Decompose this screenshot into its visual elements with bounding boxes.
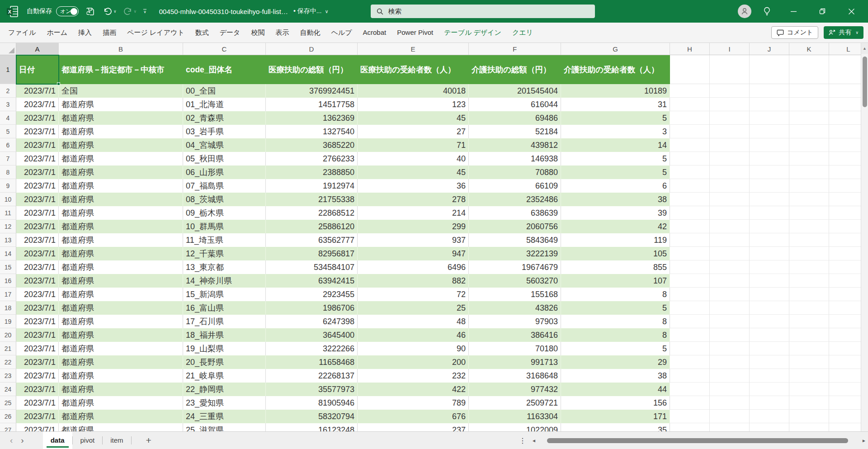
empty-cell[interactable] — [750, 55, 789, 84]
empty-cell[interactable] — [710, 193, 750, 206]
cell-category[interactable]: 都道府県 — [59, 165, 183, 179]
search-box[interactable]: 検索 — [371, 5, 595, 18]
cell-date[interactable]: 2023/7/1 — [16, 355, 59, 369]
cell-medical-total[interactable]: 21755338 — [266, 193, 358, 206]
cell-medical-total[interactable]: 2388850 — [266, 165, 358, 179]
cell-category[interactable]: 都道府県 — [59, 396, 183, 410]
cell-medical-total[interactable]: 6247398 — [266, 315, 358, 328]
empty-cell[interactable] — [750, 138, 789, 152]
cell-code-name[interactable]: 12_千葉県 — [183, 247, 266, 260]
cell-category[interactable]: 都道府県 — [59, 423, 183, 431]
cell-care-total[interactable]: 1022009 — [469, 423, 561, 431]
cell-code-name[interactable]: 05_秋田県 — [183, 152, 266, 165]
empty-cell[interactable] — [789, 152, 829, 165]
empty-cell[interactable] — [750, 260, 789, 274]
empty-cell[interactable] — [789, 165, 829, 179]
empty-cell[interactable] — [789, 84, 829, 98]
empty-cell[interactable] — [710, 274, 750, 288]
sheet-tab-item[interactable]: item — [103, 432, 131, 449]
ribbon-tab[interactable]: 表示 — [270, 23, 294, 43]
document-title[interactable]: 00450-mhlw-00450310-toukeihyo-full-list… — [159, 8, 288, 15]
cell-medical-total[interactable]: 63942415 — [266, 274, 358, 288]
ribbon-tab[interactable]: 数式 — [190, 23, 214, 43]
cell-date[interactable]: 2023/7/1 — [16, 247, 59, 260]
ribbon-tab[interactable]: 校閲 — [245, 23, 270, 43]
cell-code-name[interactable]: 23_愛知県 — [183, 396, 266, 410]
header-cell[interactable]: 都道府県－指定都市－中核市 — [59, 55, 183, 84]
empty-cell[interactable] — [670, 98, 710, 111]
cell-medical-recipients[interactable]: 676 — [358, 410, 469, 423]
lightbulb-icon[interactable] — [758, 0, 776, 23]
row-number[interactable]: 14 — [0, 247, 16, 260]
empty-cell[interactable] — [789, 342, 829, 355]
empty-cell[interactable] — [789, 328, 829, 342]
cell-care-recipients[interactable]: 8 — [561, 328, 670, 342]
cell-code-name[interactable]: 10_群馬県 — [183, 220, 266, 233]
cell-medical-total[interactable]: 35577973 — [266, 383, 358, 396]
empty-cell[interactable] — [670, 342, 710, 355]
empty-cell[interactable] — [789, 98, 829, 111]
cell-medical-total[interactable]: 1362369 — [266, 111, 358, 125]
cell-medical-total[interactable]: 22868512 — [266, 206, 358, 220]
cell-care-total[interactable]: 5843649 — [469, 233, 561, 247]
ribbon-tab[interactable]: ホーム — [41, 23, 73, 43]
cell-care-recipients[interactable]: 107 — [561, 274, 670, 288]
empty-cell[interactable] — [710, 369, 750, 383]
cell-care-recipients[interactable]: 38 — [561, 369, 670, 383]
cell-date[interactable]: 2023/7/1 — [16, 125, 59, 138]
column-header-I[interactable]: I — [710, 43, 750, 55]
column-header-B[interactable]: B — [59, 43, 183, 55]
row-number[interactable]: 24 — [0, 383, 16, 396]
cell-medical-total[interactable]: 58320794 — [266, 410, 358, 423]
empty-cell[interactable] — [789, 396, 829, 410]
cell-medical-recipients[interactable]: 237 — [358, 423, 469, 431]
cell-care-recipients[interactable]: 44 — [561, 383, 670, 396]
row-number[interactable]: 1 — [0, 55, 16, 84]
empty-cell[interactable] — [789, 355, 829, 369]
cell-care-recipients[interactable]: 31 — [561, 98, 670, 111]
cell-care-total[interactable]: 155168 — [469, 288, 561, 301]
ribbon-tab[interactable]: データ — [214, 23, 246, 43]
empty-cell[interactable] — [710, 288, 750, 301]
empty-cell[interactable] — [710, 233, 750, 247]
empty-cell[interactable] — [750, 220, 789, 233]
cell-care-total[interactable]: 19674679 — [469, 260, 561, 274]
cell-care-recipients[interactable]: 156 — [561, 396, 670, 410]
header-cell[interactable]: code_団体名 — [183, 55, 266, 84]
row-number[interactable]: 22 — [0, 355, 16, 369]
cell-care-total[interactable]: 638639 — [469, 206, 561, 220]
row-number[interactable]: 9 — [0, 179, 16, 193]
empty-cell[interactable] — [750, 206, 789, 220]
cell-medical-recipients[interactable]: 232 — [358, 369, 469, 383]
horizontal-scrollbar[interactable]: ◄ ► — [532, 432, 866, 449]
close-button[interactable] — [841, 0, 862, 23]
row-number[interactable]: 23 — [0, 369, 16, 383]
row-number[interactable]: 5 — [0, 125, 16, 138]
header-cell[interactable]: 医療扶助の総額（円） — [266, 55, 358, 84]
empty-cell[interactable] — [789, 423, 829, 431]
ribbon-tab[interactable]: 挿入 — [73, 23, 97, 43]
empty-cell[interactable] — [710, 247, 750, 260]
cell-care-total[interactable]: 1163304 — [469, 410, 561, 423]
ribbon-tab[interactable]: 描画 — [97, 23, 122, 43]
column-header-J[interactable]: J — [750, 43, 789, 55]
empty-cell[interactable] — [670, 152, 710, 165]
empty-cell[interactable] — [670, 315, 710, 328]
empty-cell[interactable] — [789, 111, 829, 125]
row-number[interactable]: 6 — [0, 138, 16, 152]
cell-medical-total[interactable]: 3222266 — [266, 342, 358, 355]
empty-cell[interactable] — [670, 423, 710, 431]
cell-medical-recipients[interactable]: 27 — [358, 125, 469, 138]
empty-cell[interactable] — [710, 179, 750, 193]
cell-care-total[interactable]: 2060756 — [469, 220, 561, 233]
column-header-H[interactable]: H — [670, 43, 710, 55]
cell-care-total[interactable]: 70880 — [469, 165, 561, 179]
cell-code-name[interactable]: 19_山梨県 — [183, 342, 266, 355]
cell-medical-recipients[interactable]: 422 — [358, 383, 469, 396]
cell-medical-recipients[interactable]: 6496 — [358, 260, 469, 274]
cell-medical-recipients[interactable]: 299 — [358, 220, 469, 233]
cell-care-recipients[interactable]: 6 — [561, 179, 670, 193]
cell-category[interactable]: 都道府県 — [59, 328, 183, 342]
sheet-nav-next-icon[interactable]: › — [21, 432, 24, 449]
comments-button[interactable]: コメント — [771, 26, 818, 39]
